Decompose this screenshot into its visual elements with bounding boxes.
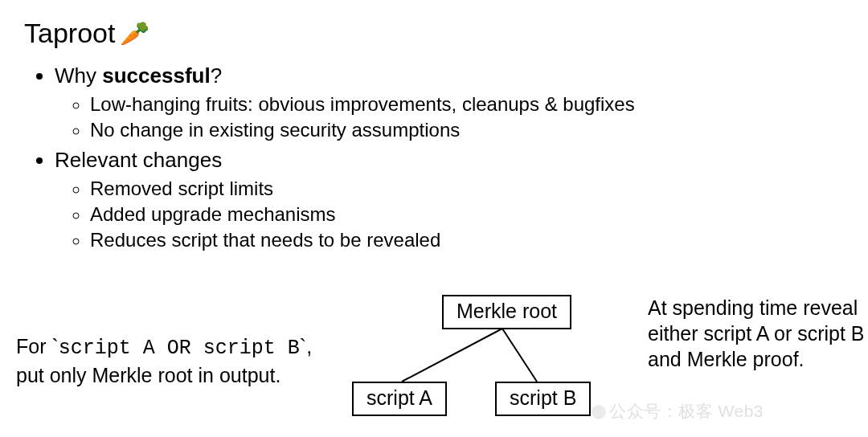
sub-item: Reduces script that needs to be revealed xyxy=(90,229,844,251)
sub-list: Low-hanging fruits: obvious improvements… xyxy=(90,93,844,141)
svg-line-1 xyxy=(502,329,537,382)
slide: Taproot 🥕 Why successful? Low-hanging fr… xyxy=(0,0,868,437)
tree-node-leaf-a: script A xyxy=(352,382,447,416)
text-strong: successful xyxy=(102,63,210,88)
bullet-relevant-changes: Relevant changes Removed script limits A… xyxy=(55,148,844,251)
sub-item: No change in existing security assumptio… xyxy=(90,119,844,141)
bullet-list: Why successful? Low-hanging fruits: obvi… xyxy=(55,63,844,251)
right-caption: At spending time reveal either script A … xyxy=(648,295,865,372)
code-text: script A OR script B xyxy=(59,337,300,360)
bottom-section: For `script A OR script B`, put only Mer… xyxy=(0,287,868,427)
page-title: Taproot xyxy=(24,18,115,49)
sub-item: Low-hanging fruits: obvious improvements… xyxy=(90,93,844,116)
text: Why xyxy=(55,63,102,88)
title-row: Taproot 🥕 xyxy=(24,18,844,49)
tree-node-root: Merkle root xyxy=(442,295,571,329)
left-caption: For `script A OR script B`, put only Mer… xyxy=(16,333,321,388)
tree-node-leaf-b: script B xyxy=(495,382,591,416)
sub-item: Removed script limits xyxy=(90,178,844,200)
sub-list: Removed script limits Added upgrade mech… xyxy=(90,178,844,251)
svg-line-0 xyxy=(402,329,502,382)
carrot-icon: 🥕 xyxy=(120,22,149,46)
merkle-tree-diagram: Merkle root script A script B xyxy=(338,295,643,423)
text: For ` xyxy=(16,335,59,357)
text: Relevant changes xyxy=(55,148,222,172)
text: ? xyxy=(211,63,222,88)
sub-item: Added upgrade mechanisms xyxy=(90,203,844,226)
bullet-why-successful: Why successful? Low-hanging fruits: obvi… xyxy=(55,63,844,141)
